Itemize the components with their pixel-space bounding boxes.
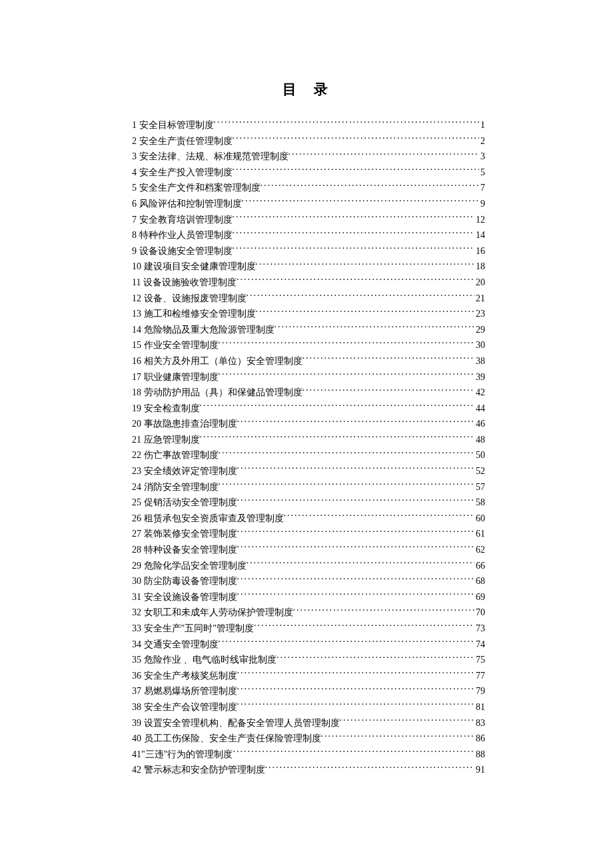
toc-entry-page: 48 [474, 432, 485, 448]
toc-container: 1 安全目标管理制度12 安全生产责任管理制度23 安全法律、法规、标准规范管理… [132, 117, 485, 778]
toc-entry-label: 16 相关方及外用工（单位）安全管理制度 [132, 353, 303, 369]
toc-entry-label: 30 防尘防毒设备管理制度 [132, 573, 237, 589]
toc-entry-leader [284, 512, 475, 521]
toc-entry-page: 79 [474, 683, 485, 699]
toc-entry-label: 24 消防安全管理制度 [132, 479, 219, 495]
toc-entry-page: 69 [474, 589, 485, 605]
toc-entry-label: 32 女职工和未成年人劳动保护管理制度 [132, 605, 293, 621]
toc-entry: 13 施工和检维修安全管理制度23 [132, 306, 485, 322]
toc-entry-label: 34 交通安全管理制度 [132, 637, 219, 653]
toc-entry-leader [233, 245, 475, 254]
toc-entry-label: 21 应急管理制度 [132, 432, 200, 448]
toc-entry: 3 安全法律、法规、标准规范管理制度3 [132, 149, 485, 165]
toc-entry: 31 安全设施设备管理制度69 [132, 589, 485, 605]
toc-entry-page: 18 [474, 259, 485, 275]
toc-entry: 40 员工工伤保险、安全生产责任保险管理制度86 [132, 731, 485, 747]
toc-entry-leader [277, 653, 474, 663]
toc-entry-page: 23 [474, 306, 485, 322]
toc-entry-label: 5 安全生产文件和档案管理制度 [132, 180, 261, 196]
toc-entry-leader [303, 386, 475, 395]
toc-entry-leader [265, 763, 475, 773]
toc-entry-leader [293, 606, 475, 615]
toc-entry-page: 5 [479, 165, 485, 181]
toc-entry-leader [237, 496, 475, 505]
toc-entry-page: 68 [474, 573, 485, 589]
toc-entry-page: 44 [474, 401, 485, 417]
toc-entry-label: 2 安全生产责任管理制度 [132, 133, 233, 149]
toc-entry-label: 8 特种作业人员管理制度 [132, 227, 233, 243]
toc-entry-leader [275, 323, 475, 333]
toc-entry-leader [233, 748, 474, 757]
toc-entry: 10 建设项目安全健康管理制度18 [132, 259, 485, 275]
toc-entry-page: 42 [474, 385, 485, 401]
toc-entry-label: 40 员工工伤保险、安全生产责任保险管理制度 [132, 731, 321, 747]
toc-entry-label: 10 建设项目安全健康管理制度 [132, 259, 256, 275]
toc-entry-page: 70 [474, 605, 485, 621]
toc-entry-label: 39 设置安全管理机构、配备安全管理人员管理制度 [132, 715, 340, 731]
toc-entry-leader [219, 339, 475, 348]
toc-entry-leader [247, 292, 475, 301]
toc-entry: 41"三违"行为的管理制度88 [132, 747, 485, 763]
toc-entry-leader [237, 417, 475, 427]
toc-entry: 32 女职工和未成年人劳动保护管理制度70 [132, 605, 485, 621]
toc-entry-page: 9 [479, 196, 485, 212]
toc-entry: 15 作业安全管理制度30 [132, 337, 485, 353]
toc-entry-leader [214, 119, 480, 128]
toc-entry-page: 75 [474, 652, 485, 668]
toc-entry-label: 3 安全法律、法规、标准规范管理制度 [132, 149, 289, 165]
toc-entry-label: 27 装饰装修安全管理制度 [132, 526, 237, 542]
toc-entry-leader [233, 213, 475, 223]
toc-entry-leader [237, 465, 475, 474]
toc-entry-label: 38 安全生产会议管理制度 [132, 699, 237, 715]
toc-entry: 7 安全教育培训管理制度12 [132, 212, 485, 228]
toc-entry-page: 16 [474, 243, 485, 259]
toc-entry-page: 38 [474, 353, 485, 369]
toc-entry-label: 19 安全检查制度 [132, 401, 200, 417]
toc-entry-leader [233, 229, 475, 238]
toc-entry-label: 41"三违"行为的管理制度 [132, 747, 233, 763]
toc-entry-label: 29 危险化学品安全管理制度 [132, 558, 247, 574]
toc-entry-leader [237, 276, 474, 285]
toc-entry-page: 46 [474, 416, 485, 432]
toc-entry-label: 37 易燃易爆场所管理制度 [132, 683, 237, 699]
toc-entry-leader [200, 433, 475, 443]
toc-entry: 14 危险物品及重大危险源管理制度29 [132, 322, 485, 338]
toc-entry-leader [321, 732, 475, 741]
toc-entry-leader [242, 197, 480, 207]
toc-entry: 24 消防安全管理制度57 [132, 479, 485, 495]
toc-entry: 2 安全生产责任管理制度2 [132, 133, 485, 149]
toc-entry-page: 62 [474, 542, 485, 558]
toc-entry-label: 6 风险评估和控制管理制度 [132, 196, 242, 212]
toc-entry-leader [237, 575, 475, 584]
toc-entry: 23 安全绩效评定管理制度52 [132, 463, 485, 479]
toc-entry: 22 伤亡事故管理制度50 [132, 447, 485, 463]
toc-entry-page: 52 [474, 463, 485, 479]
toc-entry-label: 17 职业健康管理制度 [132, 369, 219, 385]
toc-entry: 26 租赁承包安全资质审查及管理制度60 [132, 511, 485, 527]
toc-entry: 9 设备设施安全管理制度16 [132, 243, 485, 259]
toc-entry-label: 11 设备设施验收管理制度 [132, 275, 237, 291]
toc-entry: 1 安全目标管理制度1 [132, 117, 485, 133]
toc-entry: 29 危险化学品安全管理制度66 [132, 558, 485, 574]
toc-entry-leader [256, 307, 475, 317]
toc-entry-label: 33 安全生产"五同时"管理制度 [132, 621, 254, 637]
toc-entry: 19 安全检查制度44 [132, 401, 485, 417]
toc-entry-page: 91 [474, 762, 485, 778]
toc-entry: 37 易燃易爆场所管理制度79 [132, 683, 485, 699]
toc-entry-label: 9 设备设施安全管理制度 [132, 243, 233, 259]
toc-entry: 17 职业健康管理制度39 [132, 369, 485, 385]
toc-entry-leader [219, 481, 475, 490]
toc-entry-page: 81 [474, 699, 485, 715]
toc-entry-leader [254, 622, 474, 631]
toc-entry-label: 28 特种设备安全管理制度 [132, 542, 237, 558]
toc-entry: 18 劳动防护用品（具）和保健品管理制度42 [132, 385, 485, 401]
toc-entry-page: 77 [474, 668, 485, 684]
toc-entry-page: 58 [474, 495, 485, 511]
toc-entry-page: 60 [474, 511, 485, 527]
toc-entry: 39 设置安全管理机构、配备安全管理人员管理制度83 [132, 715, 485, 731]
toc-entry-page: 21 [474, 291, 485, 307]
toc-entry: 30 防尘防毒设备管理制度68 [132, 573, 485, 589]
toc-entry-label: 25 促销活动安全管理制度 [132, 495, 237, 511]
toc-entry-label: 13 施工和检维修安全管理制度 [132, 306, 256, 322]
toc-entry-leader [237, 701, 475, 710]
